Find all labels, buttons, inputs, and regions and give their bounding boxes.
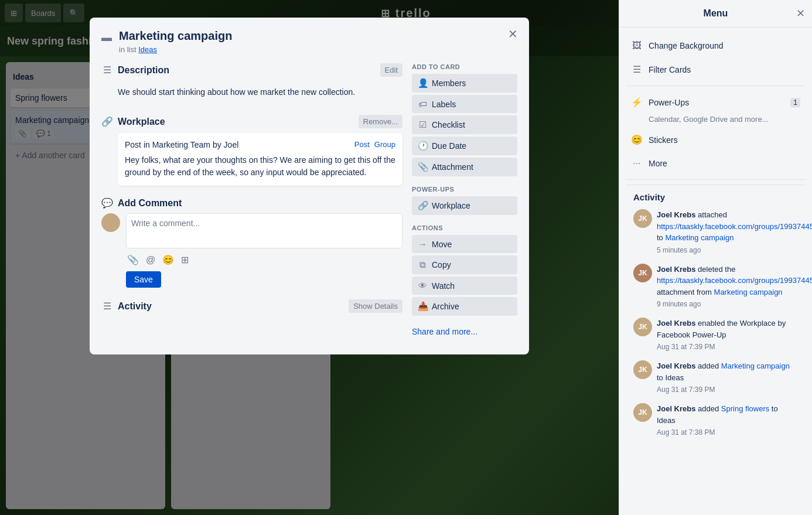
share-button[interactable]: Share and more... [412, 323, 517, 340]
activity-content-2: Joel Krebs deleted the https://taaskly.f… [657, 264, 812, 310]
change-bg-icon: 🖼 [631, 40, 643, 51]
comment-section-icon: 💬 [101, 197, 113, 209]
activity-link-4[interactable]: Marketing campaign [721, 361, 790, 370]
actions-title: ACTIONS [412, 224, 517, 231]
right-panel: Menu ✕ 🖼 Change Background ☰ Filter Card… [619, 0, 812, 515]
modal-title-area: Marketing campaign in list Ideas [119, 29, 232, 54]
checklist-icon: ☑ [418, 120, 427, 130]
power-ups-badge: 1 [790, 98, 800, 107]
checklist-button[interactable]: ☑ Checklist [412, 115, 517, 134]
modal-title: Marketing campaign [119, 29, 232, 43]
labels-button[interactable]: 🏷 Labels [412, 95, 517, 113]
copy-icon: ⧉ [418, 260, 427, 270]
activity-time-2: 9 minutes ago [657, 299, 812, 309]
emoji-icon[interactable]: 😊 [161, 253, 175, 267]
activity-content-5: Joel Krebs added Spring flowers to Ideas… [657, 403, 798, 438]
attachment-button[interactable]: 📎 Attachment [412, 158, 517, 176]
add-comment-title: Add Comment [118, 198, 182, 209]
description-edit-button[interactable]: Edit [380, 63, 402, 77]
activity-avatar-3: JK [633, 318, 652, 336]
commenter-avatar [101, 213, 120, 232]
menu-item-stickers[interactable]: 😊 Stickers [626, 128, 805, 151]
description-title: Description [118, 65, 169, 76]
activity-card-link-1[interactable]: Marketing campaign [665, 233, 733, 242]
watch-action-button[interactable]: 👁 Watch [412, 277, 517, 295]
members-button[interactable]: 👤 Members [412, 74, 517, 93]
add-comment-section: 💬 Add Comment Write a comment... 📎 @ [101, 197, 402, 288]
modal-subtitle: in list Ideas [119, 45, 232, 54]
modal-main: ☰ Description Edit We should start think… [101, 63, 402, 343]
due-date-icon: 🕐 [418, 141, 427, 151]
comment-save-button[interactable]: Save [126, 271, 161, 288]
archive-button[interactable]: 📥 Archive [412, 297, 517, 316]
description-header: ☰ Description Edit [101, 63, 402, 77]
description-text: We should start thinking about how we ma… [101, 81, 402, 103]
power-ups-subtext: Calendar, Google Drive and more... [626, 115, 805, 128]
move-icon: → [418, 239, 427, 249]
right-panel-close-button[interactable]: ✕ [796, 7, 805, 20]
comment-input-wrapper[interactable]: Write a comment... [126, 213, 402, 248]
comment-area: Write a comment... 📎 @ 😊 ⊞ Save [101, 213, 402, 288]
workplace-content-text: Hey folks, what are your thoughts on thi… [125, 154, 395, 179]
workplace-poster: Post in Marketing Team by Joel [125, 140, 238, 149]
activity-avatar-1: JK [633, 209, 652, 228]
activity-section: ☰ Activity Show Details [101, 299, 402, 313]
right-panel-body: 🖼 Change Background ☰ Filter Cards ⚡ Pow… [619, 28, 812, 515]
panel-activity-title: Activity [633, 192, 798, 202]
activity-card-link-2[interactable]: Marketing campaign [714, 288, 783, 296]
copy-button[interactable]: ⧉ Copy [412, 255, 517, 274]
activity-item-2: JK Joel Krebs deleted the https://taaskl… [633, 264, 798, 310]
activity-item-5: JK Joel Krebs added Spring flowers to Id… [633, 403, 798, 438]
workplace-actions: Post Group [354, 140, 395, 149]
modal-header: ▬ Marketing campaign in list Ideas [101, 29, 517, 54]
stickers-icon: 😊 [631, 134, 643, 145]
modal-list-link[interactable]: Ideas [138, 45, 157, 54]
workplace-group-link[interactable]: Group [374, 140, 395, 149]
mention-icon[interactable]: @ [145, 254, 156, 267]
workplace-box-header: Post in Marketing Team by Joel Post Grou… [125, 140, 395, 149]
comment-input-area: Write a comment... 📎 @ 😊 ⊞ Save [126, 213, 402, 288]
activity-link-1[interactable]: https://taaskly.facebook.com/groups/1993… [657, 222, 812, 231]
labels-icon: 🏷 [418, 99, 427, 109]
activity-item-1: JK Joel Krebs attached https://taaskly.f… [633, 209, 798, 255]
modal-close-button[interactable]: ✕ [503, 25, 522, 43]
activity-section-panel: Activity JK Joel Krebs attached https://… [626, 185, 805, 451]
menu-divider-2 [626, 179, 805, 180]
menu-item-change-background[interactable]: 🖼 Change Background [626, 35, 805, 57]
activity-link-2[interactable]: https://taaskly.facebook.com/groups/1993… [657, 276, 812, 285]
activity-content-3: Joel Krebs enabled the Workplace by Face… [657, 318, 798, 352]
template-icon[interactable]: ⊞ [180, 253, 190, 267]
activity-link-5[interactable]: Spring flowers [721, 404, 769, 413]
show-details-button[interactable]: Show Details [349, 299, 402, 313]
more-icon: ··· [631, 158, 643, 169]
power-ups-icon: ⚡ [631, 97, 643, 108]
workplace-btn-icon: 🔗 [418, 200, 427, 211]
move-button[interactable]: → Move [412, 235, 517, 253]
activity-avatar-5: JK [633, 403, 652, 422]
power-ups-title: POWER-UPS [412, 186, 517, 193]
activity-title: Activity [118, 301, 152, 312]
due-date-button[interactable]: 🕐 Due Date [412, 137, 517, 155]
activity-time-1: 5 minutes ago [657, 245, 812, 255]
activity-content-4: Joel Krebs added Marketing campaign to I… [657, 360, 798, 395]
filter-icon: ☰ [631, 64, 643, 75]
menu-item-power-ups[interactable]: ⚡ Power-Ups 1 [626, 91, 805, 114]
workplace-title: Workplace [118, 117, 165, 127]
menu-item-more[interactable]: ··· More [626, 152, 805, 175]
activity-avatar-2: JK [633, 264, 652, 282]
attach-icon[interactable]: 📎 [126, 253, 140, 267]
workplace-post-link[interactable]: Post [354, 140, 370, 149]
menu-divider-1 [626, 86, 805, 86]
attachment-icon: 📎 [418, 162, 427, 172]
activity-header: ☰ Activity Show Details [101, 299, 402, 313]
members-icon: 👤 [418, 78, 427, 88]
workplace-section: 🔗 Workplace Remove... Post in Marketing … [101, 115, 402, 186]
workplace-power-up-button[interactable]: 🔗 Workplace [412, 196, 517, 215]
menu-item-filter-cards[interactable]: ☰ Filter Cards [626, 58, 805, 81]
right-panel-header: Menu ✕ [619, 0, 812, 28]
activity-icon: ☰ [101, 301, 113, 312]
comment-toolbar: 📎 @ 😊 ⊞ [126, 253, 402, 267]
activity-item-3: JK Joel Krebs enabled the Workplace by F… [633, 318, 798, 352]
workplace-remove-button[interactable]: Remove... [359, 115, 402, 128]
activity-item-4: JK Joel Krebs added Marketing campaign t… [633, 360, 798, 395]
